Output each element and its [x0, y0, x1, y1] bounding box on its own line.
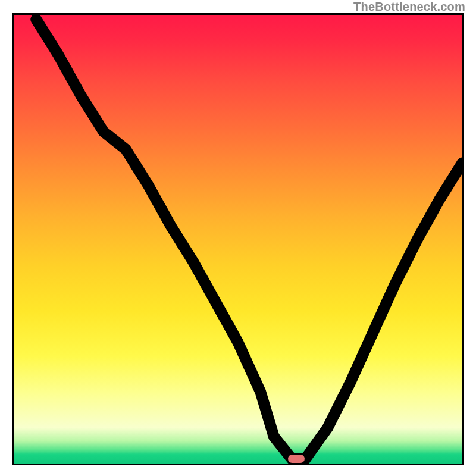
plot-area: [12, 13, 464, 465]
watermark-text: TheBottleneck.com: [353, 0, 465, 14]
curve-path: [36, 20, 462, 459]
optimal-point-marker: [288, 455, 305, 463]
chart-container: TheBottleneck.com: [0, 0, 476, 476]
bottleneck-curve: [14, 15, 462, 464]
